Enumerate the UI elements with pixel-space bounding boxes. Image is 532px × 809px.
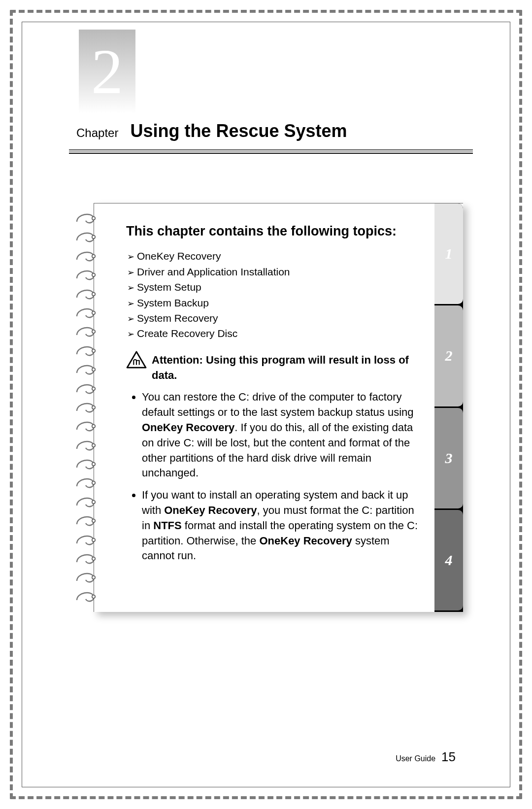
spiral-ring-icon xyxy=(74,250,101,263)
tab-4: 4 xyxy=(434,510,463,610)
spiral-ring-icon xyxy=(74,420,101,433)
svg-point-6 xyxy=(92,311,95,314)
svg-point-3 xyxy=(92,255,95,258)
spiral-ring-icon xyxy=(74,344,101,357)
spiral-ring-icon xyxy=(74,458,101,471)
topics-list: OneKey Recovery Driver and Application I… xyxy=(126,249,419,340)
topic-item: System Setup xyxy=(126,280,419,294)
spiral-ring-icon xyxy=(74,325,101,338)
svg-point-16 xyxy=(92,501,95,504)
chapter-label: Chapter xyxy=(76,126,118,140)
svg-point-11 xyxy=(92,406,95,409)
page-footer: User Guide 15 xyxy=(396,749,456,765)
warning-hot-icon xyxy=(126,351,147,369)
topic-item: OneKey Recovery xyxy=(126,249,419,263)
topics-content: This chapter contains the following topi… xyxy=(126,222,419,571)
chapter-title-row: Chapter Using the Rescue System xyxy=(69,121,473,151)
chapter-title: Using the Rescue System xyxy=(130,121,347,141)
svg-point-20 xyxy=(92,576,95,579)
tab-2: 2 xyxy=(434,305,463,406)
spiral-ring-icon xyxy=(74,439,101,452)
notebook: 1 2 3 4 This chapter contains the follow… xyxy=(76,203,463,612)
svg-point-9 xyxy=(92,368,95,371)
svg-point-14 xyxy=(92,463,95,466)
topic-item: System Backup xyxy=(126,296,419,310)
attention-text: Attention: Using this program will resul… xyxy=(152,351,419,383)
svg-point-8 xyxy=(92,349,95,352)
svg-point-5 xyxy=(92,292,95,295)
spiral-ring-icon xyxy=(74,534,101,546)
spiral-ring-icon xyxy=(74,231,101,243)
chapter-header: 2 Chapter Using the Rescue System xyxy=(30,30,502,154)
spiral-ring-icon xyxy=(74,382,101,395)
spiral-ring-icon xyxy=(74,288,101,301)
svg-point-10 xyxy=(92,387,95,390)
spiral-ring-icon xyxy=(74,476,101,489)
spiral-ring-icon xyxy=(74,401,101,414)
chapter-number: 2 xyxy=(91,34,123,108)
spiral-ring-icon xyxy=(74,514,101,527)
svg-point-13 xyxy=(92,443,95,446)
tab-1: 1 xyxy=(434,203,463,304)
spiral-ring-icon xyxy=(74,571,101,584)
spiral-ring-icon xyxy=(74,269,101,281)
index-tabs: 1 2 3 4 xyxy=(434,203,463,612)
notebook-page: 1 2 3 4 This chapter contains the follow… xyxy=(94,203,463,612)
body-bullet: You can restore the C: drive of the comp… xyxy=(142,390,419,481)
footer-page-number: 15 xyxy=(441,749,456,765)
svg-point-4 xyxy=(92,273,95,276)
svg-point-15 xyxy=(92,481,95,484)
spiral-ring-icon xyxy=(74,552,101,565)
svg-point-17 xyxy=(92,519,95,522)
body-bullet: If you want to install an operating syst… xyxy=(142,488,419,564)
svg-point-1 xyxy=(92,217,95,220)
spiral-ring-icon xyxy=(74,363,101,376)
svg-point-18 xyxy=(92,538,95,541)
svg-point-7 xyxy=(92,330,95,333)
svg-point-19 xyxy=(92,557,95,560)
topic-item: Driver and Application Installation xyxy=(126,265,419,279)
spiral-ring-icon xyxy=(74,306,101,319)
page-content: 2 Chapter Using the Rescue System 1 2 3 … xyxy=(30,30,502,779)
svg-point-2 xyxy=(92,236,95,238)
attention-callout: Attention: Using this program will resul… xyxy=(126,351,419,383)
body-bullets: You can restore the C: drive of the comp… xyxy=(126,390,419,564)
spiral-ring-icon xyxy=(74,212,101,225)
topics-heading: This chapter contains the following topi… xyxy=(126,222,419,240)
spiral-ring-icon xyxy=(74,496,101,508)
spiral-ring-icon xyxy=(74,590,101,603)
footer-label: User Guide xyxy=(396,754,435,763)
chapter-underline xyxy=(69,153,473,154)
tab-3: 3 xyxy=(434,408,463,508)
spiral-rings xyxy=(74,212,101,603)
svg-point-12 xyxy=(92,425,95,428)
topic-item: System Recovery xyxy=(126,311,419,325)
svg-point-21 xyxy=(92,595,95,598)
chapter-number-badge: 2 xyxy=(79,30,135,113)
topic-item: Create Recovery Disc xyxy=(126,326,419,340)
